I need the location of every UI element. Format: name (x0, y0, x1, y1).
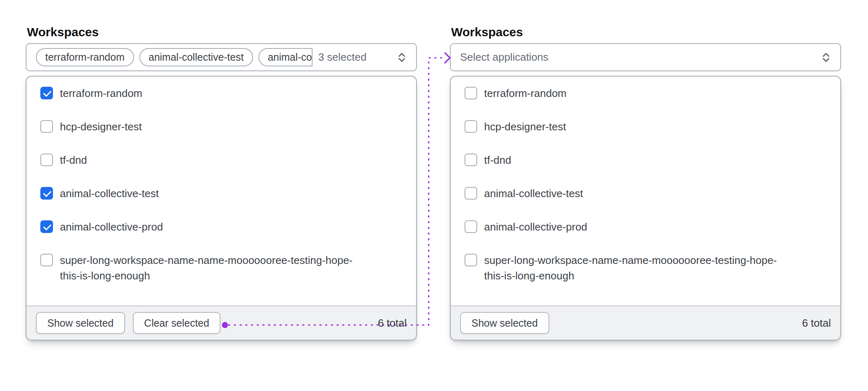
dropdown-footer: Show selected Clear selected 6 total (26, 305, 416, 340)
checkbox[interactable] (465, 87, 477, 99)
connector-arrowhead (445, 53, 450, 63)
checkbox[interactable] (40, 154, 53, 166)
checkbox[interactable] (40, 220, 53, 233)
checkbox[interactable] (465, 120, 477, 133)
option-label: super-long-workspace-name-name-moooooore… (484, 253, 790, 283)
checkbox[interactable] (40, 120, 53, 133)
chevron-up-down-icon (820, 51, 832, 64)
total-count-text: 6 total (378, 317, 407, 329)
selected-pill-truncated-label: animal-collective-prod (259, 51, 313, 63)
option-label: animal-collective-prod (60, 219, 163, 235)
option-label: terraform-random (60, 86, 142, 101)
placeholder-text: Select applications (460, 51, 549, 64)
option-label: animal-collective-test (60, 186, 159, 201)
option-label: hcp-designer-test (484, 119, 566, 134)
dropdown-footer: Show selected 6 total (451, 305, 840, 340)
checkbox[interactable] (465, 220, 477, 233)
option-row[interactable]: terraform-random (451, 77, 840, 110)
checkbox[interactable] (40, 87, 53, 99)
option-row[interactable]: animal-collective-test (26, 177, 416, 210)
multiselect-dropdown-right: terraform-random hcp-designer-test tf-dn… (450, 76, 841, 340)
selected-pill[interactable]: animal-collective-test (139, 48, 253, 66)
selected-count-text: 3 selected (318, 51, 367, 64)
option-row[interactable]: animal-collective-test (451, 177, 840, 210)
show-selected-button[interactable]: Show selected (36, 312, 125, 334)
option-label: animal-collective-test (484, 186, 583, 201)
multiselect-trigger-right[interactable]: Select applications (450, 43, 841, 71)
option-row[interactable]: hcp-designer-test (451, 110, 840, 143)
checkbox[interactable] (40, 254, 53, 266)
option-row[interactable]: tf-dnd (26, 143, 416, 177)
option-label: super-long-workspace-name-name-moooooore… (60, 253, 366, 283)
option-label: tf-dnd (484, 152, 511, 168)
option-row[interactable]: animal-collective-prod (26, 210, 416, 244)
option-row[interactable]: terraform-random (26, 77, 416, 110)
option-row[interactable]: super-long-workspace-name-name-moooooore… (451, 244, 840, 283)
selected-pill[interactable]: terraform-random (36, 48, 134, 66)
checkbox[interactable] (465, 187, 477, 200)
multiselect-dropdown-left: terraform-random hcp-designer-test tf-dn… (26, 76, 417, 340)
option-row[interactable]: animal-collective-prod (451, 210, 840, 244)
show-selected-button[interactable]: Show selected (460, 312, 549, 334)
option-label: hcp-designer-test (60, 119, 142, 134)
clear-selected-button[interactable]: Clear selected (133, 312, 221, 334)
checkbox[interactable] (465, 254, 477, 266)
option-row[interactable]: super-long-workspace-name-name-moooooore… (26, 244, 416, 283)
option-label: tf-dnd (60, 152, 87, 168)
option-row[interactable]: hcp-designer-test (26, 110, 416, 143)
multiselect-trigger-left[interactable]: terraform-random animal-collective-test … (26, 43, 417, 71)
chevron-up-down-icon (396, 51, 408, 64)
workspaces-label-left: Workspaces (27, 25, 99, 39)
option-label: terraform-random (484, 86, 566, 101)
checkbox[interactable] (465, 154, 477, 166)
workspaces-label-right: Workspaces (451, 25, 523, 39)
option-label: animal-collective-prod (484, 219, 587, 235)
total-count-text: 6 total (802, 317, 831, 329)
checkbox[interactable] (40, 187, 53, 200)
selected-pill-truncated[interactable]: animal-collective-prod (258, 48, 313, 66)
options-list: terraform-random hcp-designer-test tf-dn… (26, 77, 416, 305)
page: Workspaces terraform-random animal-colle… (0, 0, 868, 391)
options-list: terraform-random hcp-designer-test tf-dn… (451, 77, 840, 305)
option-row[interactable]: tf-dnd (451, 143, 840, 177)
